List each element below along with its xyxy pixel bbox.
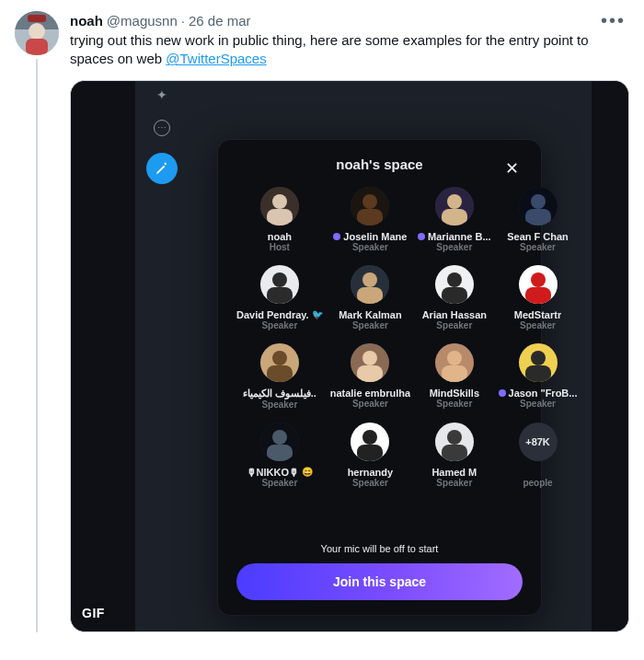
participant-avatar [435,265,474,304]
participant-name: Mark Kalman [339,309,401,320]
participant-avatar [260,423,299,461]
svg-rect-43 [267,445,293,461]
participant-cell[interactable]: Jason "FroB...Speaker [499,343,578,410]
participant-cell[interactable]: MedStartrSpeaker [499,265,578,330]
participant-avatar [260,343,299,382]
avatar-placeholder-icon [435,423,474,461]
participant-avatar [519,187,558,226]
participant-name-text: Sean F Chan [507,231,569,242]
avatar-placeholder-icon [15,11,59,55]
gif-badge: GIF [82,606,105,620]
svg-rect-10 [357,209,383,226]
avatar-placeholder-icon [351,423,389,461]
participant-cell[interactable]: Joselin ManeSpeaker [330,187,410,252]
participant-cell[interactable]: Mark KalmanSpeaker [330,265,410,330]
participant-name: Marianne B... [418,231,490,242]
participant-name: Jason "FroB... [499,388,578,399]
tweet-header: noah @magusnn · 26 de mar ••• [70,11,629,29]
tweet-main: noah @magusnn · 26 de mar ••• trying out… [70,11,629,632]
svg-rect-13 [442,209,467,226]
svg-point-48 [447,430,462,445]
svg-rect-25 [442,287,467,304]
participant-avatar [435,187,474,226]
modal-header: noah's space ✕ [236,156,523,172]
overflow-role: people [523,478,552,488]
avatar-placeholder-icon [260,343,299,382]
svg-rect-22 [357,287,383,304]
participant-avatar [519,343,558,382]
participant-role: Speaker [436,320,472,330]
participant-name: فيلسوف الكيمياء.. [243,388,316,399]
tweet-text-body: trying out this new work in public thing… [70,32,589,66]
avatar-placeholder-icon [260,187,299,226]
tweet-date[interactable]: 26 de mar [189,13,251,29]
svg-point-30 [272,351,287,365]
feather-icon [155,161,169,176]
participant-name-text: Jason "FroB... [509,388,578,399]
avatar-placeholder-icon [435,265,474,304]
tweet: noah @magusnn · 26 de mar ••• trying out… [0,0,644,636]
tweet-left-rail [15,11,59,632]
gif-compose-area: ✦ ⋯ noah's space ✕ noahHost [135,81,592,631]
participant-cell[interactable]: MindSkillsSpeaker [418,343,490,410]
participant-name-text: natalie embrulha [330,388,410,399]
participant-overflow-cell[interactable]: +87K.people [499,423,578,488]
svg-rect-3 [26,39,48,55]
svg-point-45 [362,430,377,445]
overflow-count-chip: +87K [519,423,558,461]
participant-cell[interactable]: natalie embrulhaSpeaker [330,343,410,410]
svg-rect-31 [267,365,293,382]
speaker-dot-icon [499,389,506,397]
close-button[interactable]: ✕ [501,155,523,182]
svg-rect-34 [357,365,383,382]
participant-role: Speaker [352,478,388,488]
participant-cell[interactable]: 🎙NIKKO🎙😄Speaker [236,423,323,488]
svg-point-15 [531,194,546,209]
participant-cell[interactable]: noahHost [236,187,323,252]
more-icon[interactable]: ••• [597,11,629,29]
svg-rect-28 [525,287,551,304]
participant-avatar [435,423,474,461]
participant-cell[interactable]: hernandySpeaker [330,423,410,488]
participant-name: Sean F Chan [507,231,569,242]
join-space-button[interactable]: Join this space [236,563,523,600]
speaker-dot-icon [418,233,425,240]
modal-title: noah's space [336,156,422,172]
participant-cell[interactable]: Hamed MSpeaker [418,423,490,488]
participant-name: Arian Hassan [422,309,487,320]
participant-role: Speaker [436,399,472,409]
participant-cell[interactable]: Arian HassanSpeaker [418,265,490,330]
handle[interactable]: @magusnn [107,13,178,29]
participant-name: noah [268,231,292,242]
svg-point-27 [531,272,546,287]
svg-rect-49 [442,445,467,461]
tweet-author-block: noah @magusnn · 26 de mar [70,13,251,29]
compose-fab[interactable] [146,153,178,184]
participant-cell[interactable]: David Pendray.🐦Speaker [236,265,323,330]
mention-link[interactable]: @TwitterSpaces [166,51,266,66]
svg-point-6 [272,194,287,209]
participant-avatar [351,265,389,304]
participant-role: Speaker [352,320,388,330]
avatar-placeholder-icon [435,343,474,382]
participant-cell[interactable]: Sean F ChanSpeaker [499,187,578,252]
svg-point-9 [362,194,377,209]
participant-cell[interactable]: Marianne B...Speaker [418,187,490,252]
avatar-placeholder-icon [351,343,389,382]
participant-avatar [260,265,299,304]
participant-cell[interactable]: فيلسوف الكيمياء..Speaker [236,343,323,410]
participant-emoji-icon: 🐦 [312,309,323,319]
participant-avatar [351,343,389,382]
participant-role: Speaker [520,242,556,252]
media-card[interactable]: ✦ ⋯ noah's space ✕ noahHost [70,80,629,632]
svg-point-39 [531,351,546,365]
avatar-placeholder-icon [519,343,558,382]
gif-stage: ✦ ⋯ noah's space ✕ noahHost [71,81,628,631]
participant-role: Speaker [352,242,388,252]
display-name[interactable]: noah [70,13,103,29]
author-avatar[interactable] [15,11,59,55]
participant-avatar [260,187,299,226]
spaces-modal: noah's space ✕ noahHost Joselin ManeSpea… [218,140,541,615]
participant-avatar [519,265,558,304]
svg-rect-46 [357,445,383,461]
